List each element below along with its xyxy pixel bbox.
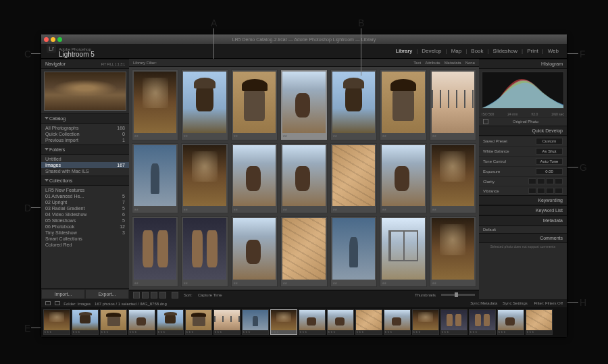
filmstrip-cell[interactable]: ★★★ <box>242 309 269 335</box>
filmstrip-cell[interactable]: ★★★ <box>355 309 382 335</box>
list-item[interactable]: 05 Slideshows5 <box>45 217 125 224</box>
grid-cell[interactable]: ★★ <box>430 216 476 287</box>
filmstrip-cell[interactable]: ★★★ <box>185 309 212 335</box>
filmstrip-cell[interactable]: ★★★ <box>384 309 411 335</box>
keywording-header[interactable]: Keywording <box>479 195 567 205</box>
grid-cell[interactable]: ★★ <box>380 216 426 287</box>
filter-tab-attribute[interactable]: Attribute <box>425 61 440 65</box>
rating-stars[interactable]: ★★ <box>282 134 286 138</box>
filter-tab-metadata[interactable]: Metadata <box>445 61 461 65</box>
grid-cell[interactable]: ★★ <box>280 216 327 287</box>
rating-stars[interactable]: ★★ <box>134 281 138 285</box>
grid-cell[interactable]: ★★ <box>231 143 278 214</box>
filter-tab-text[interactable]: Text <box>413 61 421 65</box>
grid-cell[interactable]: ★★ <box>280 70 327 140</box>
rating-stars[interactable]: ★★ <box>332 207 336 211</box>
filmstrip-cell[interactable]: ★★★ <box>327 309 354 335</box>
module-map[interactable]: Map <box>449 48 465 54</box>
grid-cell[interactable]: ★★ <box>181 216 228 287</box>
list-item[interactable]: Tiny Slideshow3 <box>45 230 125 236</box>
list-item[interactable]: 02 Upright7 <box>45 199 125 205</box>
filmstrip-cell[interactable]: ★★★ <box>157 309 184 335</box>
grid-cell[interactable]: ★★ <box>380 143 426 214</box>
filmstrip-cell[interactable]: ★★★ <box>526 309 553 335</box>
grid-cell[interactable]: ★★ <box>430 70 476 140</box>
sync-metadata-button[interactable]: Sync Metadata <box>470 301 497 305</box>
list-item[interactable]: Shared with Mac ILS <box>45 168 125 174</box>
grid-cell[interactable]: ★★ <box>231 70 278 140</box>
module-library[interactable]: Library <box>393 48 415 54</box>
navigator-header[interactable]: Navigator FIT FILL 1:1 3:1 <box>41 59 129 69</box>
module-web[interactable]: Web <box>545 48 561 54</box>
filmstrip-cell[interactable]: ★★★ <box>469 309 496 335</box>
module-book[interactable]: Book <box>468 48 486 54</box>
flag-icons[interactable] <box>172 292 178 298</box>
rating-stars[interactable]: ★★ <box>282 281 286 285</box>
comments-header[interactable]: Comments <box>479 233 567 243</box>
quick-develop-header[interactable]: Quick Develop <box>479 126 567 136</box>
filmstrip-cell[interactable]: ★★★ <box>497 309 524 335</box>
module-print[interactable]: Print <box>524 48 540 54</box>
list-item[interactable]: Colored Red <box>45 242 125 248</box>
qd-value[interactable]: Custom <box>536 138 563 145</box>
catalog-header[interactable]: Catalog <box>41 113 129 124</box>
rating-stars[interactable]: ★★ <box>282 207 286 211</box>
grid-cell[interactable]: ★★ <box>330 216 377 287</box>
filmstrip-strip[interactable]: ★★★★★★★★★★★★★★★★★★★★★★★★★★★★★★★★★★★★★★★★… <box>41 307 567 337</box>
list-item[interactable]: All Photographs168 <box>45 125 125 131</box>
grid-cell[interactable]: ★★ <box>330 70 377 140</box>
filmstrip-cell[interactable]: ★★★ <box>270 309 297 335</box>
list-item[interactable]: Smart Collections <box>45 236 125 242</box>
list-item[interactable]: Previous Import1 <box>45 137 125 143</box>
rating-stars[interactable]: ★★ <box>134 134 138 138</box>
grid-cell[interactable]: ★★ <box>231 216 278 287</box>
keyword-list-header[interactable]: Keyword List <box>479 205 567 215</box>
list-item[interactable]: Quick Collection0 <box>45 131 125 137</box>
grid-cell[interactable]: ★★ <box>181 143 228 214</box>
rating-stars[interactable]: ★★ <box>233 134 237 138</box>
rating-stars[interactable]: ★★ <box>183 134 187 138</box>
filmstrip-source[interactable]: Folder: Images <box>64 302 91 306</box>
grid-cell[interactable]: ★★ <box>132 216 178 287</box>
module-slideshow[interactable]: Slideshow <box>490 48 520 54</box>
filmstrip-cell[interactable]: ★★★ <box>128 309 155 335</box>
module-develop[interactable]: Develop <box>419 48 444 54</box>
export-button[interactable]: Export... <box>85 289 129 299</box>
grid-cell[interactable]: ★★ <box>280 143 327 214</box>
import-button[interactable]: Import... <box>41 289 85 299</box>
qd-value[interactable]: As Shot <box>536 148 563 155</box>
filmstrip-cell[interactable]: ★★★ <box>72 309 99 335</box>
rating-stars[interactable]: ★★ <box>382 281 386 285</box>
thumbnail-grid[interactable]: ★★★★★★★★★★★★★★★★★★★★★★★★★★★★★★★★★★★★★★★★… <box>129 67 479 290</box>
filmstrip-cell[interactable]: ★★★ <box>440 309 467 335</box>
painter-icon[interactable] <box>172 292 178 298</box>
list-item[interactable]: 03 Radial Gradient5 <box>45 205 125 211</box>
rating-stars[interactable]: ★★ <box>183 207 187 211</box>
rating-stars[interactable]: ★★ <box>432 134 436 138</box>
filmstrip-cell[interactable]: ★★★ <box>299 309 326 335</box>
filmstrip-cell[interactable]: ★★★ <box>412 309 439 335</box>
navigator-preview[interactable] <box>44 72 126 111</box>
rating-stars[interactable]: ★★ <box>332 134 336 138</box>
rating-stars[interactable]: ★★ <box>382 207 386 211</box>
collections-header[interactable]: Collections <box>41 176 129 186</box>
metadata-header[interactable]: Metadata <box>479 215 567 226</box>
list-item[interactable]: LR5 New Features <box>45 187 125 193</box>
navigator-zoom[interactable]: FIT FILL 1:1 3:1 <box>101 62 125 66</box>
view-mode-icons[interactable] <box>133 292 166 298</box>
monitor-icon[interactable] <box>45 301 51 305</box>
folders-header[interactable]: Folders <box>41 145 129 155</box>
grid-view-icon[interactable] <box>133 292 140 298</box>
sort-value[interactable]: Capture Time <box>198 293 222 297</box>
qd-steppers[interactable] <box>528 178 563 184</box>
filmstrip-cell[interactable]: ★★★ <box>43 309 70 335</box>
grid-cell[interactable]: ★★ <box>330 143 377 214</box>
rating-stars[interactable]: ★★ <box>432 281 436 285</box>
filter-tab-none[interactable]: None <box>465 61 475 65</box>
checkbox-icon[interactable] <box>483 119 488 124</box>
list-item[interactable]: 01 Advanced He...5 <box>45 193 125 199</box>
zoom-button[interactable] <box>57 37 62 42</box>
survey-view-icon[interactable] <box>159 292 166 298</box>
rating-stars[interactable]: ★★ <box>233 281 237 285</box>
close-button[interactable] <box>44 37 49 42</box>
